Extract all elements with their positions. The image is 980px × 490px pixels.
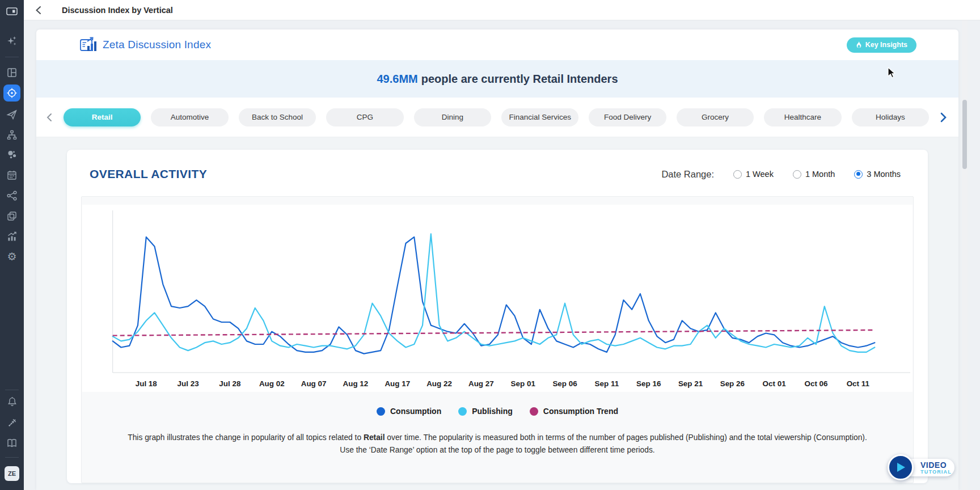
radio-label: 1 Month: [805, 170, 835, 179]
vertical-pills: Retail Automotive Back to School CPG Din…: [64, 108, 929, 126]
svg-text:Jul 23: Jul 23: [178, 379, 199, 388]
legend-consumption-trend: Consumption Trend: [530, 407, 618, 416]
left-sidebar: ⚙ ZE: [0, 0, 24, 490]
discussion-index-logo-icon: [79, 37, 98, 53]
legend-consumption: Consumption: [377, 407, 441, 416]
overall-activity-card: OVERALL ACTIVITY Date Range: 1 Week 1 Mo…: [67, 150, 928, 483]
scrollbar-thumb[interactable]: [962, 100, 967, 169]
top-bar: Discussion Index by Vertical: [24, 0, 980, 20]
chart-legend: Consumption Publishing Consumption Trend: [82, 407, 913, 416]
svg-text:Oct 01: Oct 01: [763, 379, 787, 388]
svg-text:Aug 22: Aug 22: [426, 379, 452, 388]
analytics-chart-icon[interactable]: [0, 230, 24, 243]
product-logo: Zeta Discussion Index: [79, 37, 211, 53]
svg-text:Oct 06: Oct 06: [805, 379, 828, 388]
activity-chart-panel: Jul 18Jul 23Jul 28Aug 02Aug 07Aug 12Aug …: [81, 196, 914, 483]
send-icon[interactable]: [0, 108, 24, 121]
svg-text:Sep 16: Sep 16: [636, 379, 661, 388]
tab-grocery[interactable]: Grocery: [677, 108, 754, 126]
tab-automotive[interactable]: Automotive: [151, 108, 228, 126]
tab-healthcare[interactable]: Healthcare: [764, 108, 841, 126]
tab-cpg[interactable]: CPG: [326, 108, 403, 126]
description-text: This graph illustrates the change in pop…: [128, 433, 364, 442]
journeys-flow-icon[interactable]: [0, 189, 24, 202]
sidebar-divider: [5, 57, 19, 57]
sitemap-icon[interactable]: [0, 128, 24, 142]
intenders-text: people are currently Retail Intenders: [421, 73, 618, 86]
back-chevron-icon[interactable]: [35, 6, 41, 15]
card-title: OVERALL ACTIVITY: [90, 167, 207, 181]
video-label: VIDEO: [920, 461, 954, 469]
description-bold: Retail: [364, 433, 385, 442]
radio-label: 1 Week: [746, 170, 774, 179]
sidebar-item-active[interactable]: [0, 85, 24, 102]
radio-circle: [793, 170, 801, 179]
tab-retail[interactable]: Retail: [64, 108, 141, 126]
radio-1-month[interactable]: 1 Month: [793, 170, 835, 179]
system-status-icon[interactable]: [0, 416, 24, 429]
legend-label: Publishing: [472, 407, 513, 416]
product-logo-text: Zeta Discussion Index: [103, 39, 211, 51]
legend-label: Consumption: [390, 407, 441, 416]
description-text: over time. The popularity is measured bo…: [340, 433, 867, 454]
collections-icon[interactable]: [0, 209, 24, 223]
settings-gear-icon[interactable]: ⚙: [0, 250, 24, 263]
svg-text:Aug 02: Aug 02: [259, 379, 285, 388]
tab-food-delivery[interactable]: Food Delivery: [589, 108, 666, 126]
calendar-icon[interactable]: [0, 168, 24, 182]
activity-chart-svg: Jul 18Jul 23Jul 28Aug 02Aug 07Aug 12Aug …: [82, 205, 913, 392]
svg-text:Sep 21: Sep 21: [678, 379, 703, 388]
intenders-count: 49.6MM: [377, 73, 417, 86]
panel-body: OVERALL ACTIVITY Date Range: 1 Week 1 Mo…: [36, 137, 958, 490]
flame-icon: [856, 41, 862, 49]
key-insights-button[interactable]: Key Insights: [847, 37, 916, 53]
publishing-dot-icon: [458, 407, 467, 416]
activity-plot: Jul 18Jul 23Jul 28Aug 02Aug 07Aug 12Aug …: [82, 205, 913, 392]
notifications-bell-icon[interactable]: [0, 395, 24, 408]
key-insights-label: Key Insights: [865, 41, 907, 49]
radio-3-months[interactable]: 3 Months: [854, 170, 901, 179]
play-icon: [888, 454, 914, 480]
svg-text:Aug 27: Aug 27: [468, 379, 494, 388]
tab-financial-services[interactable]: Financial Services: [501, 108, 578, 126]
dashboard-icon[interactable]: [0, 66, 24, 79]
tabs-scroll-right-icon[interactable]: [936, 112, 951, 122]
knowledge-base-icon[interactable]: [0, 436, 24, 450]
ai-sparkles-icon[interactable]: [0, 34, 24, 48]
svg-text:Oct 11: Oct 11: [847, 379, 870, 388]
intenders-banner: 49.6MM people are currently Retail Inten…: [36, 60, 958, 98]
svg-text:Aug 17: Aug 17: [385, 379, 410, 388]
legend-label: Consumption Trend: [543, 407, 618, 416]
sidebar-divider: [5, 390, 19, 390]
card-header: OVERALL ACTIVITY Date Range: 1 Week 1 Mo…: [81, 164, 914, 184]
tab-back-to-school[interactable]: Back to School: [239, 108, 316, 126]
radio-circle: [733, 170, 742, 179]
app-logo-icon[interactable]: [0, 5, 24, 18]
tab-holidays[interactable]: Holidays: [852, 108, 929, 126]
tab-dining[interactable]: Dining: [414, 108, 491, 126]
user-avatar[interactable]: ZE: [0, 466, 24, 481]
svg-text:Jul 18: Jul 18: [136, 379, 158, 388]
svg-text:Aug 12: Aug 12: [343, 379, 368, 388]
content-panel: Zeta Discussion Index Key Insights 49.6M…: [36, 29, 958, 490]
legend-publishing: Publishing: [458, 407, 513, 416]
svg-text:Sep 11: Sep 11: [595, 379, 619, 388]
svg-text:Jul 28: Jul 28: [219, 379, 241, 388]
tabs-scroll-left-icon[interactable]: [42, 113, 57, 122]
segments-bubbles-icon[interactable]: [0, 148, 24, 162]
verticals-tabbar: Retail Automotive Back to School CPG Din…: [36, 98, 958, 137]
radio-1-week[interactable]: 1 Week: [733, 170, 774, 179]
svg-text:Sep 06: Sep 06: [552, 379, 577, 388]
consumption-dot-icon: [377, 407, 385, 416]
panel-header: Zeta Discussion Index Key Insights: [36, 29, 958, 60]
svg-text:Aug 07: Aug 07: [301, 379, 327, 388]
scrollbar-track[interactable]: [962, 20, 968, 490]
page-title: Discussion Index by Vertical: [62, 6, 173, 15]
radio-label: 3 Months: [867, 170, 901, 179]
svg-text:Sep 01: Sep 01: [511, 379, 536, 388]
sidebar-divider: [5, 457, 19, 458]
chart-description: This graph illustrates the change in pop…: [120, 432, 875, 457]
consumption-trend-dot-icon: [530, 407, 538, 416]
date-range-label: Date Range:: [661, 169, 714, 180]
video-tutorial-button[interactable]: VIDEO TUTORIAL: [888, 457, 956, 486]
